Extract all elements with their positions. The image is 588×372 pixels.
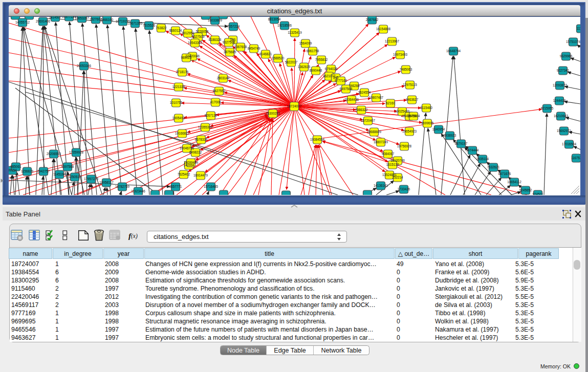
svg-text:16782759: 16782759 [115, 185, 130, 188]
svg-text:1244418: 1244418 [553, 99, 566, 102]
svg-text:16914479: 16914479 [193, 173, 208, 177]
svg-text:6961758: 6961758 [307, 49, 319, 53]
svg-text:15716485: 15716485 [204, 185, 219, 188]
svg-text:10046756: 10046756 [180, 146, 194, 150]
svg-text:9227341: 9227341 [557, 69, 570, 72]
svg-text:9657771: 9657771 [169, 185, 182, 188]
svg-text:9699695: 9699695 [421, 121, 434, 125]
svg-text:19384554: 19384554 [310, 138, 325, 141]
svg-text:7632621: 7632621 [487, 165, 500, 169]
svg-text:1905493: 1905493 [172, 116, 185, 120]
svg-text:1733426: 1733426 [398, 187, 410, 191]
svg-text:12213967: 12213967 [385, 39, 400, 43]
svg-text:16120746: 16120746 [390, 159, 405, 162]
svg-text:8938923: 8938923 [444, 134, 456, 137]
svg-text:9777169: 9777169 [335, 79, 347, 82]
svg-text:8471676: 8471676 [498, 172, 511, 176]
svg-text:7515526: 7515526 [143, 24, 156, 27]
svg-text:20364436: 20364436 [344, 98, 359, 101]
svg-text:10973493: 10973493 [393, 53, 408, 56]
svg-text:17016504: 17016504 [562, 142, 577, 146]
svg-text:1362615: 1362615 [298, 65, 311, 69]
svg-text:7955812: 7955812 [315, 58, 328, 61]
svg-text:417006: 417006 [210, 100, 221, 104]
svg-text:12355394: 12355394 [198, 125, 213, 129]
svg-text:5822037: 5822037 [285, 60, 298, 64]
svg-text:1588520: 1588520 [272, 56, 285, 60]
svg-text:8427552: 8427552 [213, 89, 226, 93]
svg-text:18724007: 18724007 [287, 104, 302, 108]
svg-text:19218506: 19218506 [277, 24, 292, 27]
svg-text:6879197: 6879197 [455, 142, 468, 145]
svg-text:8454749: 8454749 [248, 47, 260, 50]
svg-text:763822: 763822 [156, 26, 167, 30]
svg-text:9329966: 9329966 [560, 54, 573, 58]
svg-text:7986322: 7986322 [355, 108, 368, 112]
svg-text:20206553: 20206553 [47, 152, 61, 156]
svg-text:1156829: 1156829 [21, 169, 34, 173]
svg-text:9245652: 9245652 [519, 188, 532, 192]
svg-text:10958117: 10958117 [99, 181, 114, 184]
svg-text:20053346: 20053346 [77, 64, 92, 68]
svg-text:19654923: 19654923 [402, 129, 417, 133]
svg-text:16210643: 16210643 [554, 114, 569, 118]
svg-text:8990448: 8990448 [310, 69, 322, 72]
svg-text:17957225: 17957225 [84, 177, 99, 181]
svg-text:2367608: 2367608 [234, 45, 247, 49]
svg-text:3912954: 3912954 [182, 31, 194, 35]
svg-text:2942757: 2942757 [37, 169, 50, 173]
svg-text:19166827: 19166827 [175, 132, 190, 135]
svg-text:6497568: 6497568 [340, 87, 353, 91]
svg-text:9397568: 9397568 [61, 165, 74, 168]
svg-text:8678334: 8678334 [195, 138, 208, 141]
svg-text:10671355: 10671355 [128, 21, 143, 25]
svg-text:8498222: 8498222 [189, 150, 202, 154]
svg-text:9084067: 9084067 [382, 152, 395, 156]
svg-text:2935114: 2935114 [476, 157, 489, 161]
svg-text:116753: 116753 [571, 156, 580, 160]
svg-text:10654112: 10654112 [507, 180, 521, 184]
svg-text:6466160: 6466160 [101, 18, 114, 21]
svg-text:17359928: 17359928 [69, 150, 84, 154]
svg-text:1814507: 1814507 [49, 16, 62, 19]
svg-text:1640954: 1640954 [432, 127, 445, 131]
svg-text:8186328: 8186328 [209, 38, 222, 41]
svg-text:985061: 985061 [10, 165, 21, 168]
svg-text:11123: 11123 [577, 27, 580, 30]
svg-text:8660124: 8660124 [169, 29, 182, 32]
svg-text:9146821: 9146821 [259, 52, 272, 56]
svg-text:15751074: 15751074 [566, 40, 580, 43]
svg-text:1221338: 1221338 [172, 85, 185, 89]
svg-text:10807487: 10807487 [369, 96, 384, 99]
svg-text:10025433: 10025433 [395, 110, 410, 113]
svg-text:18807249: 18807249 [374, 140, 388, 144]
svg-text:20691406: 20691406 [36, 19, 51, 23]
svg-text:1564099: 1564099 [299, 41, 312, 45]
svg-text:7357224: 7357224 [227, 25, 240, 28]
svg-text:9474444: 9474444 [466, 148, 479, 152]
svg-text:9327508: 9327508 [223, 40, 235, 44]
svg-text:6794028: 6794028 [325, 67, 338, 71]
svg-text:9792341: 9792341 [200, 16, 212, 17]
svg-text:1849564: 1849564 [407, 114, 420, 118]
svg-text:1145194: 1145194 [53, 172, 66, 176]
svg-text:14136141: 14136141 [374, 184, 388, 187]
svg-text:1615132: 1615132 [386, 163, 399, 166]
svg-text:11923446: 11923446 [131, 189, 145, 193]
svg-text:9327503: 9327503 [192, 35, 205, 38]
svg-text:62160: 62160 [386, 101, 395, 105]
svg-text:25300293: 25300293 [266, 112, 280, 115]
svg-text:16033809: 16033809 [208, 18, 223, 22]
svg-text:99154: 99154 [9, 168, 17, 172]
svg-text:14099489: 14099489 [184, 161, 199, 164]
svg-text:9463627: 9463627 [406, 98, 419, 101]
svg-text:2803144: 2803144 [217, 76, 230, 80]
svg-text:1250513: 1250513 [69, 175, 81, 179]
svg-text:8813054: 8813054 [268, 17, 281, 21]
svg-text:10688609: 10688609 [367, 130, 382, 134]
svg-text:8215955: 8215955 [541, 106, 554, 110]
svg-text:8267130: 8267130 [205, 114, 217, 117]
svg-text:15692971: 15692971 [557, 129, 572, 133]
svg-text:16154808: 16154808 [376, 27, 391, 31]
svg-text:5226058: 5226058 [196, 30, 209, 33]
